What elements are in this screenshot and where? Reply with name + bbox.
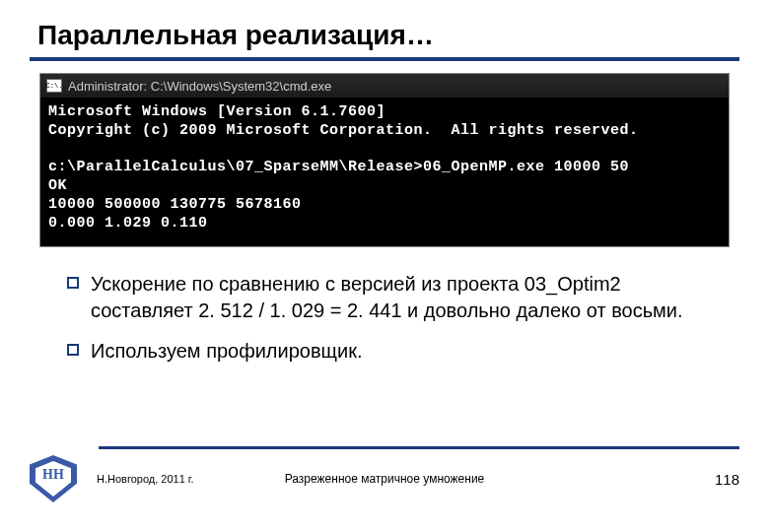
cmd-line: Copyright (c) 2009 Microsoft Corporation… (48, 122, 639, 139)
cmd-line: 10000 500000 130775 5678160 (48, 196, 302, 213)
title-area: Параллельная реализация… (30, 20, 739, 61)
cmd-icon: C:\. (46, 79, 62, 93)
bullet-text: Используем профилировщик. (91, 338, 362, 365)
bullet-item: Используем профилировщик. (67, 338, 720, 365)
bullet-list: Ускорение по сравнению с версией из прое… (67, 271, 720, 365)
footer-line (99, 446, 739, 449)
footer-location: Н.Новгород, 2011 г. (97, 473, 194, 485)
slide-title: Параллельная реализация… (37, 20, 739, 51)
bullet-text: Ускорение по сравнению с версией из прое… (91, 271, 720, 324)
bullet-marker-icon (67, 277, 79, 289)
cmd-line: c:\ParallelCalculus\07_SparseMM\Release>… (48, 159, 629, 175)
footer: НН Н.Новгород, 2011 г. Разреженное матри… (30, 446, 739, 502)
cmd-body: Microsoft Windows [Version 6.1.7600] Cop… (40, 98, 729, 246)
logo-text: НН (30, 467, 77, 483)
cmd-line: Microsoft Windows [Version 6.1.7600] (48, 103, 385, 120)
cmd-titlebar: C:\. Administrator: C:\Windows\System32\… (40, 74, 729, 98)
cmd-line: OK (48, 177, 67, 194)
footer-row: НН Н.Новгород, 2011 г. Разреженное матри… (30, 455, 739, 502)
title-underline (30, 57, 739, 61)
bullet-marker-icon (67, 344, 79, 356)
university-logo: НН (30, 455, 77, 502)
page-number: 118 (715, 471, 739, 488)
bullet-item: Ускорение по сравнению с версией из прое… (67, 271, 720, 324)
cmd-window: C:\. Administrator: C:\Windows\System32\… (39, 73, 730, 247)
footer-center: Разреженное матричное умножение (285, 472, 485, 486)
footer-left: НН Н.Новгород, 2011 г. (30, 455, 194, 502)
cmd-titlebar-text: Administrator: C:\Windows\System32\cmd.e… (68, 79, 331, 94)
slide: Параллельная реализация… C:\. Administra… (0, 0, 769, 532)
cmd-line: 0.000 1.029 0.110 (48, 215, 208, 232)
